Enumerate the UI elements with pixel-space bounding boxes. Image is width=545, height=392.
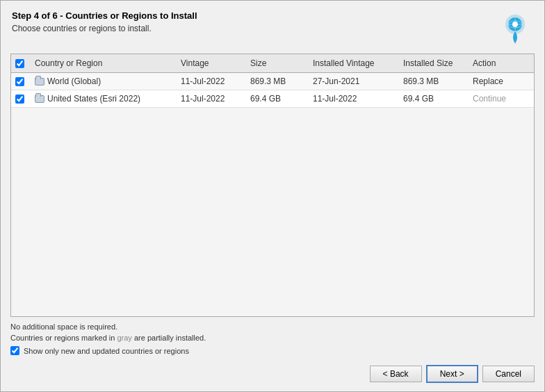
row-1-size: 869.3 MB bbox=[246, 75, 309, 88]
space-required-text: No additional space is required. bbox=[10, 322, 535, 331]
row-2-checkbox[interactable] bbox=[15, 95, 24, 104]
table-body: World (Global) 11-Jul-2022 869.3 MB 27-J… bbox=[11, 73, 534, 316]
row-2-vintage: 11-Jul-2022 bbox=[177, 92, 246, 105]
next-button[interactable]: Next > bbox=[426, 365, 478, 383]
header-vintage: Vintage bbox=[177, 57, 246, 70]
select-all-checkbox[interactable] bbox=[15, 59, 24, 68]
folder-icon bbox=[35, 95, 44, 103]
header-installed-size: Installed Size bbox=[399, 57, 469, 70]
show-updated-row: Show only new and updated countries or r… bbox=[10, 346, 535, 355]
row-1-vintage: 11-Jul-2022 bbox=[177, 75, 246, 88]
back-button[interactable]: < Back bbox=[370, 366, 422, 382]
row-1-checkbox[interactable] bbox=[15, 77, 24, 86]
row-check-1 bbox=[11, 77, 31, 86]
countries-table: Country or Region Vintage Size Installed… bbox=[10, 54, 535, 317]
row-2-installed-size: 69.4 GB bbox=[399, 92, 469, 105]
dialog-subtitle: Choose countries or regions to install. bbox=[12, 24, 197, 33]
table-header: Country or Region Vintage Size Installed… bbox=[11, 54, 534, 73]
header-installed-vintage: Installed Vintage bbox=[309, 57, 399, 70]
app-icon bbox=[497, 10, 533, 47]
row-1-installed-vintage: 27-Jun-2021 bbox=[309, 75, 399, 88]
header-check-col bbox=[11, 57, 31, 70]
row-2-action: Continue bbox=[469, 92, 524, 105]
button-bar: < Back Next > Cancel bbox=[1, 358, 544, 391]
table-row: World (Global) 11-Jul-2022 869.3 MB 27-J… bbox=[11, 73, 534, 90]
dialog: Step 4 of 6 - Countries or Regions to In… bbox=[0, 0, 545, 392]
show-updated-label: Show only new and updated countries or r… bbox=[24, 347, 189, 355]
cancel-button[interactable]: Cancel bbox=[482, 366, 535, 382]
footer-area: No additional space is required. Countri… bbox=[1, 317, 544, 358]
folder-icon bbox=[35, 78, 44, 85]
row-1-action: Replace bbox=[469, 75, 524, 88]
header-country: Country or Region bbox=[31, 57, 177, 70]
row-2-installed-vintage: 11-Jul-2022 bbox=[309, 92, 399, 105]
header: Step 4 of 6 - Countries or Regions to In… bbox=[1, 1, 544, 54]
header-left: Step 4 of 6 - Countries or Regions to In… bbox=[12, 10, 197, 33]
row-1-installed-size: 869.3 MB bbox=[399, 75, 469, 88]
table-row: United States (Esri 2022) 11-Jul-2022 69… bbox=[11, 90, 534, 108]
gray-highlight: gray bbox=[117, 334, 131, 342]
row-2-country: United States (Esri 2022) bbox=[31, 92, 177, 105]
dialog-title: Step 4 of 6 - Countries or Regions to In… bbox=[12, 10, 197, 21]
row-2-size: 69.4 GB bbox=[246, 92, 309, 105]
row-check-2 bbox=[11, 95, 31, 104]
header-action: Action bbox=[469, 57, 524, 70]
show-updated-checkbox[interactable] bbox=[10, 346, 19, 355]
gray-regions-text: Countries or regions marked in gray are … bbox=[10, 334, 535, 342]
row-1-country: World (Global) bbox=[31, 75, 177, 88]
header-size: Size bbox=[246, 57, 309, 70]
